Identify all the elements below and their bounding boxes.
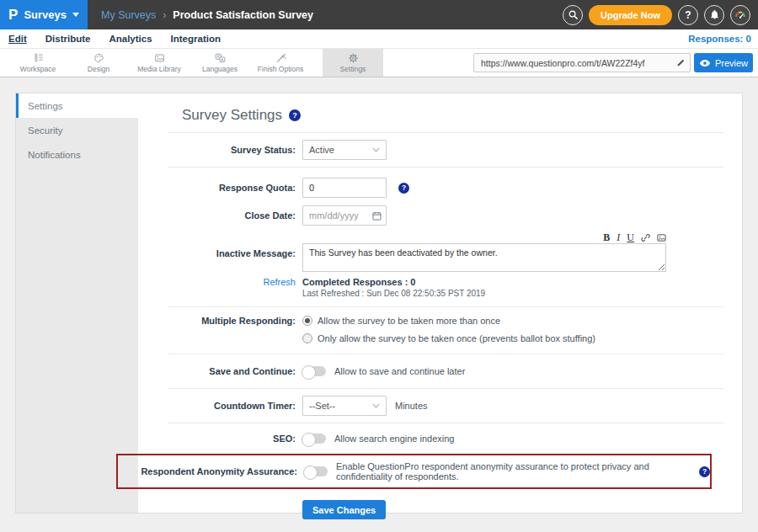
anonymity-description: Enable QuestionPro respondent anonymity … bbox=[336, 461, 692, 481]
response-quota-help-icon[interactable]: ? bbox=[398, 183, 409, 194]
sidebar-item-notifications[interactable]: Notifications bbox=[16, 142, 138, 167]
nav-tab-integration[interactable]: Integration bbox=[171, 34, 221, 44]
workspace-icon bbox=[32, 52, 45, 64]
translate-icon bbox=[214, 52, 227, 64]
gauge-icon bbox=[734, 9, 746, 21]
image-icon bbox=[657, 233, 666, 242]
sidebar-item-security[interactable]: Security bbox=[16, 118, 138, 142]
anonymity-label: Respondent Anonymity Assurance: bbox=[118, 466, 297, 476]
preview-button[interactable]: Preview bbox=[694, 53, 753, 72]
product-switcher[interactable]: P Surveys bbox=[0, 0, 88, 29]
settings-content: Survey Settings ? Survey Status: Active … bbox=[138, 93, 742, 513]
page-title: Survey Settings bbox=[182, 107, 282, 124]
tab-workspace-label: Workspace bbox=[20, 65, 56, 73]
inactive-message-textarea[interactable]: This Survey has been deactivated by the … bbox=[302, 243, 666, 272]
radio-selected-icon bbox=[302, 316, 312, 326]
tab-design-label: Design bbox=[88, 65, 109, 73]
survey-nav: Edit Distribute Analytics Integration Re… bbox=[0, 29, 758, 48]
tab-finish-options[interactable]: Finish Options bbox=[250, 49, 311, 77]
help-button[interactable]: ? bbox=[678, 5, 698, 25]
tab-settings[interactable]: Settings bbox=[323, 49, 383, 77]
notifications-button[interactable] bbox=[704, 5, 724, 25]
message-editor-toolbar: B I U bbox=[168, 231, 666, 243]
eye-icon bbox=[699, 59, 711, 67]
save-and-continue-toggle[interactable] bbox=[302, 366, 326, 376]
save-and-continue-label: Save and Continue: bbox=[168, 366, 296, 376]
breadcrumb: My Surveys › Product Satisfaction Survey bbox=[101, 9, 563, 21]
last-refreshed: Last Refreshed : Sun Dec 08 22:50:35 PST… bbox=[302, 289, 485, 298]
save-and-continue-description: Allow to save and continue later bbox=[334, 366, 465, 376]
survey-url-input[interactable] bbox=[481, 58, 676, 68]
chevron-down-icon bbox=[372, 403, 380, 408]
response-quota-input[interactable] bbox=[302, 178, 387, 198]
score-gauge-button[interactable] bbox=[730, 5, 750, 25]
bell-icon bbox=[709, 9, 720, 20]
settings-card: Settings Security Notifications Survey S… bbox=[15, 93, 743, 513]
countdown-timer-label: Countdown Timer: bbox=[168, 401, 296, 411]
radio-allow-multiple[interactable]: Allow the survey to be taken more than o… bbox=[302, 316, 595, 326]
chevron-down-icon bbox=[72, 13, 79, 17]
nav-tab-analytics[interactable]: Analytics bbox=[109, 34, 152, 44]
tab-media-library-label: Media Library bbox=[137, 65, 181, 73]
breadcrumb-my-surveys[interactable]: My Surveys bbox=[101, 9, 156, 21]
product-menu-label: Surveys bbox=[24, 8, 67, 21]
calendar-icon[interactable] bbox=[372, 211, 382, 221]
pencil-icon bbox=[676, 58, 686, 67]
tab-workspace[interactable]: Workspace bbox=[8, 49, 68, 77]
chevron-down-icon bbox=[372, 147, 380, 152]
search-button[interactable] bbox=[563, 5, 583, 25]
close-date-label: Close Date: bbox=[168, 210, 296, 221]
survey-status-label: Survey Status: bbox=[168, 145, 296, 155]
refresh-link[interactable]: Refresh bbox=[168, 277, 296, 287]
settings-sidebar: Settings Security Notifications bbox=[16, 93, 138, 513]
insert-image-button[interactable] bbox=[657, 233, 666, 242]
magic-wand-icon bbox=[275, 52, 287, 64]
seo-toggle[interactable] bbox=[302, 434, 326, 444]
survey-url-box bbox=[473, 53, 691, 72]
questionpro-logo: P bbox=[8, 8, 18, 22]
gear-icon bbox=[347, 52, 360, 64]
top-header: P Surveys My Surveys › Product Satisfact… bbox=[0, 0, 758, 29]
save-changes-button[interactable]: Save Changes bbox=[302, 500, 386, 519]
nav-tab-edit[interactable]: Edit bbox=[8, 34, 27, 44]
underline-button[interactable]: U bbox=[627, 232, 634, 242]
countdown-timer-suffix: Minutes bbox=[395, 401, 428, 411]
breadcrumb-separator: › bbox=[163, 9, 166, 21]
anonymity-toggle[interactable] bbox=[304, 466, 328, 476]
link-button[interactable] bbox=[641, 233, 650, 242]
multiple-responding-label: Multiple Responding: bbox=[168, 316, 296, 326]
response-stats: Completed Responses : 0 Last Refreshed :… bbox=[302, 277, 485, 298]
search-icon bbox=[568, 9, 579, 20]
survey-status-dropdown[interactable]: Active bbox=[302, 140, 387, 160]
link-icon bbox=[641, 233, 650, 242]
responses-count-link[interactable]: Responses: 0 bbox=[688, 34, 751, 44]
anonymity-help-icon[interactable]: ? bbox=[699, 466, 710, 477]
preview-label: Preview bbox=[715, 58, 748, 68]
breadcrumb-survey-title: Product Satisfaction Survey bbox=[173, 9, 313, 21]
tab-media-library[interactable]: Media Library bbox=[129, 49, 190, 77]
edit-toolbar: Workspace Design Media Library Languages… bbox=[0, 48, 758, 77]
palette-icon bbox=[93, 52, 105, 64]
response-quota-label: Response Quota: bbox=[168, 183, 296, 193]
radio-unselected-icon bbox=[302, 333, 312, 343]
tab-settings-label: Settings bbox=[340, 65, 366, 73]
nav-tab-distribute[interactable]: Distribute bbox=[45, 34, 91, 44]
edit-url-button[interactable] bbox=[676, 58, 686, 67]
inactive-message-label: Inactive Message: bbox=[168, 243, 296, 258]
header-actions: Upgrade Now ? bbox=[563, 5, 758, 25]
tab-languages-label: Languages bbox=[202, 65, 238, 73]
tab-design[interactable]: Design bbox=[68, 49, 129, 77]
upgrade-now-button[interactable]: Upgrade Now bbox=[589, 5, 672, 25]
survey-settings-help-icon[interactable]: ? bbox=[289, 109, 301, 121]
tab-finish-options-label: Finish Options bbox=[258, 65, 303, 73]
annotation-highlight-box: Respondent Anonymity Assurance: Enable Q… bbox=[116, 454, 712, 489]
countdown-timer-dropdown[interactable]: --Set-- bbox=[302, 396, 387, 416]
image-icon bbox=[153, 52, 166, 64]
bold-button[interactable]: B bbox=[603, 232, 610, 242]
completed-responses: Completed Responses : 0 bbox=[302, 277, 485, 287]
italic-button[interactable]: I bbox=[617, 232, 620, 242]
seo-description: Allow search engine indexing bbox=[334, 434, 454, 444]
radio-allow-once[interactable]: Only allow the survey to be taken once (… bbox=[302, 333, 595, 343]
sidebar-item-settings[interactable]: Settings bbox=[16, 93, 138, 118]
tab-languages[interactable]: Languages bbox=[190, 49, 250, 77]
